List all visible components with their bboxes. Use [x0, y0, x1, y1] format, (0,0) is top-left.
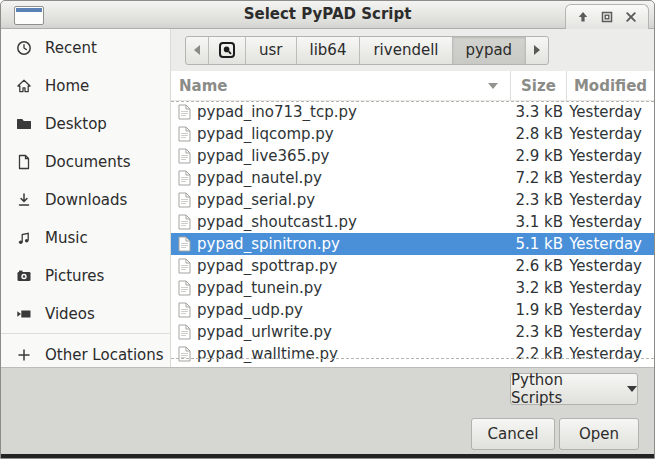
places-sidebar: RecentHomeDesktopDocumentsDownloadsMusic… [1, 29, 171, 367]
plus-icon [16, 347, 32, 363]
sidebar-item-videos[interactable]: Videos [1, 295, 170, 333]
column-header-name[interactable]: Name [171, 71, 511, 100]
file-row[interactable]: pypad_serial.py2.3 kBYesterday [171, 189, 654, 211]
file-icon [178, 258, 191, 274]
shade-window-icon [575, 9, 591, 25]
music-note-icon [16, 230, 32, 246]
file-row[interactable]: pypad_spottrap.py2.6 kBYesterday [171, 255, 654, 277]
file-row[interactable]: pypad_liqcomp.py2.8 kBYesterday [171, 123, 654, 145]
close-window-icon [623, 9, 639, 25]
shade-window-button[interactable] [573, 7, 593, 27]
file-icon-cell [171, 192, 197, 208]
file-icon-cell [171, 280, 197, 296]
path-forward-button[interactable] [526, 37, 548, 64]
file-icon [178, 170, 191, 186]
clipped-rows-above-indicator [171, 101, 654, 102]
sidebar-item-label: Downloads [45, 191, 127, 209]
close-window-button[interactable] [621, 7, 641, 27]
file-size: 3.3 kB [511, 103, 567, 121]
document-icon [16, 154, 32, 170]
sidebar-item-label: Other Locations [45, 346, 164, 364]
file-modified: Yesterday [567, 103, 654, 121]
file-icon [178, 214, 191, 230]
file-modified: Yesterday [567, 169, 654, 187]
titlebar[interactable]: Select PyPAD Script [1, 1, 654, 29]
file-icon-cell [171, 236, 197, 252]
path-segment-usr[interactable]: usr [246, 37, 297, 64]
file-row[interactable]: pypad_urlwrite.py2.3 kBYesterday [171, 321, 654, 343]
file-chooser-dialog: Select PyPAD Script RecentHomeDesktopDoc… [0, 0, 655, 459]
sidebar-item-label: Music [45, 229, 88, 247]
sidebar-item-downloads[interactable]: Downloads [1, 181, 170, 219]
sidebar-item-other-locations[interactable]: Other Locations [1, 336, 170, 367]
file-modified: Yesterday [567, 301, 654, 319]
file-modified: Yesterday [567, 323, 654, 341]
column-header-modified[interactable]: Modified [567, 71, 654, 100]
window-title: Select PyPAD Script [1, 5, 654, 23]
chevron-right-icon [534, 45, 540, 55]
sidebar-item-documents[interactable]: Documents [1, 143, 170, 181]
file-modified: Yesterday [567, 257, 654, 275]
path-segment-filesystem-root[interactable] [209, 37, 246, 64]
file-modified: Yesterday [567, 213, 654, 231]
column-size-label: Size [521, 77, 556, 95]
clock-icon [16, 40, 32, 56]
file-modified: Yesterday [567, 147, 654, 165]
file-row[interactable]: pypad_tunein.py3.2 kBYesterday [171, 277, 654, 299]
file-icon [178, 280, 191, 296]
maximize-window-button[interactable] [597, 7, 617, 27]
file-size: 2.8 kB [511, 125, 567, 143]
sidebar-item-label: Desktop [45, 115, 107, 133]
file-name: pypad_udp.py [197, 301, 511, 319]
file-icon-cell [171, 148, 197, 164]
path-segment-lib64[interactable]: lib64 [297, 37, 361, 64]
file-icon [178, 192, 191, 208]
file-name: pypad_spinitron.py [197, 235, 511, 253]
path-segment-rivendell[interactable]: rivendell [360, 37, 452, 64]
file-size: 2.6 kB [511, 257, 567, 275]
file-icon-cell [171, 104, 197, 120]
sidebar-item-pictures[interactable]: Pictures [1, 257, 170, 295]
file-row[interactable]: pypad_live365.py2.9 kBYesterday [171, 145, 654, 167]
file-name: pypad_serial.py [197, 191, 511, 209]
file-name: pypad_ino713_tcp.py [197, 103, 511, 121]
file-icon-cell [171, 214, 197, 230]
sidebar-item-recent[interactable]: Recent [1, 29, 170, 67]
window-bottom-edge [1, 454, 654, 458]
file-size: 1.9 kB [511, 301, 567, 319]
column-header-size[interactable]: Size [511, 71, 567, 100]
path-segment-pypad[interactable]: pypad [453, 37, 527, 64]
file-icon [178, 346, 191, 362]
file-row-selected[interactable]: pypad_spinitron.py5.1 kBYesterday [171, 233, 654, 255]
file-size: 5.1 kB [511, 235, 567, 253]
sidebar-item-home[interactable]: Home [1, 67, 170, 105]
dialog-footer: Python Scripts Cancel Open [1, 367, 654, 456]
sort-descending-icon [488, 83, 498, 89]
sidebar-item-desktop[interactable]: Desktop [1, 105, 170, 143]
video-camera-icon [16, 306, 32, 322]
file-row[interactable]: pypad_nautel.py7.2 kBYesterday [171, 167, 654, 189]
file-name: pypad_spottrap.py [197, 257, 511, 275]
open-button[interactable]: Open [559, 418, 639, 450]
file-type-filter-dropdown[interactable]: Python Scripts [510, 373, 638, 405]
file-icon-cell [171, 324, 197, 340]
cancel-button[interactable]: Cancel [471, 418, 555, 450]
file-name: pypad_tunein.py [197, 279, 511, 297]
sidebar-item-music[interactable]: Music [1, 219, 170, 257]
filesystem-icon [218, 41, 236, 59]
sidebar-separator [1, 333, 170, 334]
file-modified: Yesterday [567, 191, 654, 209]
file-row[interactable]: pypad_udp.py1.9 kBYesterday [171, 299, 654, 321]
file-row[interactable]: pypad_ino713_tcp.py3.3 kBYesterday [171, 101, 654, 123]
maximize-window-icon [599, 9, 615, 25]
path-breadcrumb: usrlib64rivendellpypad [185, 36, 549, 65]
file-size: 7.2 kB [511, 169, 567, 187]
file-row[interactable]: pypad_walltime.py2.2 kBYesterday [171, 343, 654, 364]
file-name: pypad_nautel.py [197, 169, 511, 187]
file-icon [178, 148, 191, 164]
path-back-button[interactable] [186, 37, 209, 64]
file-icon-cell [171, 258, 197, 274]
file-icon [178, 302, 191, 318]
pathbar-area: usrlib64rivendellpypad [171, 29, 654, 71]
file-row[interactable]: pypad_shoutcast1.py3.1 kBYesterday [171, 211, 654, 233]
